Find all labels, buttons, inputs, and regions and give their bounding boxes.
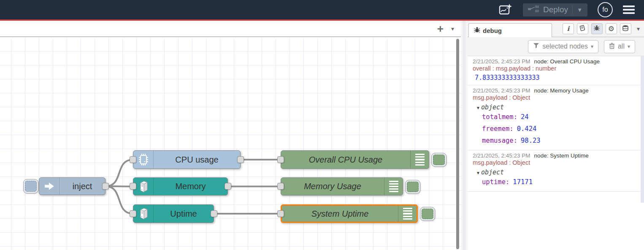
debug-message[interactable]: 2/21/2025, 2:45:23 PMnode: Overall CPU U…	[468, 56, 644, 85]
debug-toggle-button[interactable]	[431, 153, 446, 167]
deploy-icon	[528, 5, 539, 14]
deploy-dropdown-caret[interactable]: ▼	[572, 5, 582, 14]
tab-info-button[interactable]: i	[563, 23, 574, 34]
node-uptime[interactable]: Uptime	[133, 204, 214, 223]
node-debug-memory[interactable]: Memory Usage	[281, 177, 403, 196]
message-value: 7.833333333333333	[473, 74, 638, 82]
debug-message-list[interactable]: 2/21/2025, 2:45:23 PMnode: Overall CPU U…	[468, 56, 644, 250]
memory-output-port[interactable]	[225, 183, 231, 190]
node-debug-overall-cpu[interactable]: Overall CPU Usage	[281, 150, 429, 169]
sidebar-resize-handle[interactable]	[461, 21, 468, 250]
canvas-grid[interactable]: inject CPU usage	[0, 38, 461, 250]
debug-cpu-input-port[interactable]	[277, 156, 284, 163]
inject-arrow-icon	[39, 178, 60, 195]
message-payload-path: overall : msg.payload : number	[473, 65, 638, 72]
tab-debug-messages-button[interactable]	[591, 23, 603, 34]
server-icon	[133, 178, 154, 195]
filter-caret-icon: ▾	[591, 43, 593, 49]
flow-list-dropdown-icon[interactable]: ▾	[451, 25, 454, 32]
property-value: 24	[521, 113, 529, 121]
tab-config-button[interactable]: ⚙	[606, 23, 617, 34]
clear-messages-button[interactable]: all ▾	[604, 40, 635, 53]
inject-output-port[interactable]	[102, 183, 109, 190]
info-icon: i	[567, 25, 570, 33]
database-icon	[622, 25, 629, 33]
node-cpu-usage[interactable]: CPU usage	[133, 150, 241, 169]
object-label: object	[481, 168, 504, 176]
trash-icon	[609, 43, 615, 51]
tab-context-button[interactable]	[620, 23, 631, 34]
node-label: Overall CPU Usage	[281, 151, 410, 168]
property-value: 0.424	[517, 125, 537, 133]
debug-toggle-button[interactable]	[405, 180, 420, 194]
user-avatar[interactable]: fo	[598, 2, 613, 17]
object-label: object	[481, 103, 504, 111]
sidebar-tabs-dropdown-icon[interactable]: ▾	[637, 25, 640, 32]
header-bar: Deploy ▼ fo	[0, 0, 644, 19]
message-timestamp: 2/21/2025, 2:45:23 PM	[473, 87, 530, 94]
uptime-output-port[interactable]	[211, 210, 217, 217]
collapse-triangle-icon[interactable]: ▼	[476, 171, 480, 175]
property-value: 17171	[513, 178, 533, 186]
message-payload-path: msg.payload : Object	[473, 94, 638, 101]
node-label: System Uptime	[282, 206, 398, 222]
memory-input-port[interactable]	[130, 183, 136, 190]
collapse-triangle-icon[interactable]: ▼	[476, 106, 480, 110]
filter-label: selected nodes	[542, 43, 588, 50]
cpu-output-port[interactable]	[237, 156, 244, 163]
debug-toggle-button[interactable]	[420, 207, 435, 221]
flow-canvas[interactable]: + ▾	[0, 21, 461, 250]
funnel-icon	[533, 43, 539, 50]
node-label: Memory Usage	[281, 178, 384, 195]
add-flow-button[interactable]: +	[437, 23, 444, 34]
message-payload-path: msg.payload : Object	[473, 159, 638, 166]
message-node-name: node: System Uptime	[534, 152, 589, 159]
object-property: uptime:17171	[473, 176, 638, 188]
cpu-chip-icon	[133, 151, 154, 168]
property-value: 98.23	[521, 137, 541, 144]
node-label: inject	[60, 178, 105, 195]
clear-label: all	[618, 43, 625, 50]
filter-nodes-button[interactable]: selected nodes ▾	[528, 40, 598, 53]
server-icon	[133, 205, 154, 223]
object-property: freemem:0.424	[473, 123, 638, 135]
message-timestamp: 2/21/2025, 2:45:23 PM	[473, 58, 530, 65]
tab-help-button[interactable]	[577, 23, 588, 34]
cpu-input-port[interactable]	[130, 156, 136, 163]
sidebar-scrollbar-track[interactable]	[641, 56, 644, 203]
debug-message[interactable]: 2/21/2025, 2:45:23 PMnode: System Uptime…	[468, 150, 644, 192]
deploy-label: Deploy	[543, 5, 568, 14]
debug-output-icon	[384, 178, 403, 195]
property-key: totalmem:	[482, 113, 517, 121]
debug-uptime-input-port[interactable]	[277, 210, 284, 217]
property-key: uptime:	[482, 178, 509, 186]
inject-trigger-button[interactable]	[23, 179, 38, 193]
deploy-button[interactable]: Deploy ▼	[523, 3, 587, 16]
property-key: memusage:	[482, 137, 517, 144]
tab-debug-label: debug	[483, 27, 502, 34]
property-key: freemem:	[482, 125, 514, 133]
message-node-name: node: Overall CPU Usage	[534, 58, 600, 65]
debug-memory-input-port[interactable]	[277, 183, 284, 190]
debug-output-icon	[398, 206, 417, 222]
debug-output-icon	[410, 151, 429, 168]
main-menu-icon[interactable]	[623, 5, 635, 14]
node-debug-uptime[interactable]: System Uptime	[281, 204, 418, 223]
debug-message[interactable]: 2/21/2025, 2:45:23 PMnode: Memory Usage …	[468, 85, 644, 150]
uptime-input-port[interactable]	[130, 210, 136, 217]
clear-caret-icon: ▾	[628, 43, 630, 49]
object-expander[interactable]: ▼object	[473, 103, 638, 111]
gear-icon: ⚙	[608, 25, 614, 33]
message-timestamp: 2/21/2025, 2:45:23 PM	[473, 152, 530, 159]
node-label: CPU usage	[154, 151, 240, 168]
tab-debug[interactable]: debug	[468, 23, 552, 37]
bug-icon	[474, 27, 480, 34]
node-memory[interactable]: Memory	[133, 177, 228, 196]
object-expander[interactable]: ▼object	[473, 168, 638, 176]
node-inject[interactable]: inject	[39, 177, 106, 195]
flow-assistant-icon[interactable]	[498, 3, 513, 16]
bug-icon	[594, 25, 600, 33]
canvas-vertical-scrollbar[interactable]	[456, 39, 459, 249]
message-node-name: node: Memory Usage	[534, 87, 589, 94]
debug-sidebar: debug i	[468, 21, 644, 250]
